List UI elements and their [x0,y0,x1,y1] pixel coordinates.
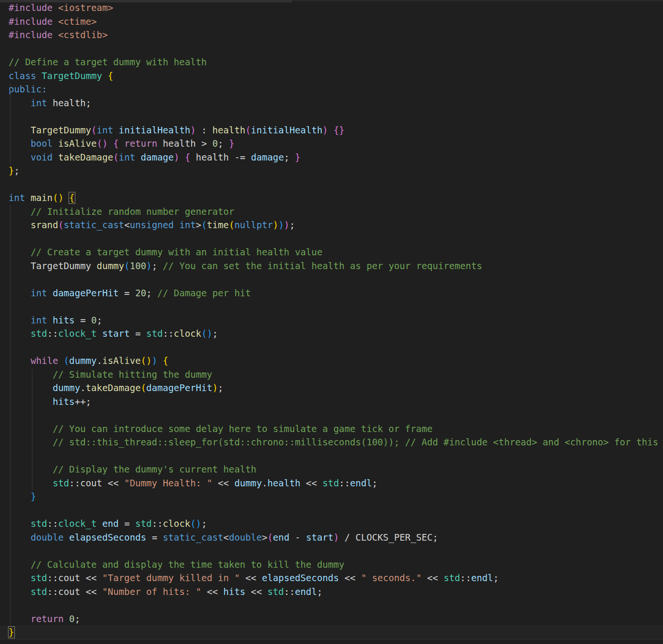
code-token: unsigned int [130,220,196,231]
code-line[interactable] [0,409,663,423]
code-line[interactable]: int damagePerHit = 20; // Damage per hit [0,287,663,301]
code-token [47,315,53,326]
code-line[interactable]: } [0,490,663,504]
code-line[interactable]: std::cout << "Target dummy killed in " <… [0,572,663,585]
code-line[interactable]: }; [0,164,663,178]
code-token: - [289,532,306,543]
code-line[interactable]: std::cout << "Number of hits: " << hits … [0,585,663,599]
code-line[interactable] [0,544,663,558]
code-token: endl [350,478,372,489]
code-line[interactable]: // Create a target dummy with an initial… [0,246,663,260]
code-token: initialHealth [119,125,190,136]
code-line[interactable]: // Display the dummy's current health [0,463,663,477]
code-token: << [212,478,234,489]
code-token [9,532,31,543]
code-token [52,152,58,163]
code-line[interactable]: int hits = 0; [0,314,663,328]
code-token: ) [284,220,290,231]
code-token: dummy [97,261,124,272]
code-token: () [190,518,201,529]
code-line[interactable] [0,341,663,355]
code-line[interactable] [0,110,663,124]
code-line[interactable]: #include <cstdlib> [0,29,663,42]
code-line[interactable]: bool isAlive() { return health > 0; } [0,137,663,151]
code-line[interactable]: // Define a target dummy with health [0,56,663,70]
code-line[interactable] [0,232,663,246]
code-line[interactable]: dummy.takeDamage(damagePerHit); [0,382,663,395]
code-token: int [31,288,47,299]
code-line[interactable]: class TargetDummy { [0,70,663,83]
code-line[interactable]: double elapsedSeconds = static_cast<doub… [0,531,663,545]
code-token: ) [146,261,152,272]
code-token: {} [334,125,345,136]
code-token: ++; [75,396,92,407]
code-line[interactable]: #include <ctime> [0,15,663,29]
code-token [25,192,31,203]
code-line[interactable] [0,504,663,518]
code-line[interactable]: std::clock_t end = std::clock(); [0,517,663,531]
code-line[interactable] [0,273,663,287]
code-line[interactable] [0,599,663,613]
code-line[interactable]: // You can introduce some delay here to … [0,423,663,436]
code-token: :: [460,573,471,584]
code-token: clock [174,328,202,339]
code-token: end [102,518,119,529]
code-token: main [31,192,52,203]
code-line[interactable]: // Initialize random number generator [0,205,663,219]
code-token [64,192,70,203]
code-token: ; [317,586,323,597]
code-token: ( [64,355,70,366]
code-token: std [31,328,47,339]
code-token [9,559,31,570]
code-line[interactable] [0,450,663,463]
code-line[interactable]: // Simulate hitting the dummy [0,368,663,382]
code-line[interactable]: srand(static_cast<unsigned int>(time(nul… [0,219,663,232]
code-line[interactable]: TargetDummy(int initialHealth) : health(… [0,124,663,138]
code-token [9,220,31,231]
code-line[interactable]: int main() { [0,191,663,205]
code-line[interactable]: TargetDummy dummy(100); // You can set t… [0,260,663,273]
code-token [9,586,31,597]
code-token [9,396,52,407]
code-line[interactable]: // Calculate and display the time taken … [0,558,663,572]
code-line[interactable]: return 0; [0,613,663,626]
code-token: health [212,125,245,136]
code-token: int [97,125,113,136]
code-line[interactable] [0,300,663,314]
code-line[interactable]: std::clock_t start = std::clock(); [0,327,663,341]
code-token: int [119,152,135,163]
code-token: <ctime> [58,16,97,27]
code-token: // std::this_thread::sleep_for(std::chro… [52,437,658,448]
code-token: ; [152,261,163,272]
code-token: // Display the dummy's current health [52,464,256,475]
code-line[interactable]: // std::this_thread::sleep_for(std::chro… [0,436,663,450]
code-line[interactable]: #include <iostream> [0,1,663,15]
code-editor[interactable]: #include <iostream>#include <ctime>#incl… [0,1,663,640]
code-token: srand [31,220,58,231]
code-token: << [240,573,262,584]
code-token [9,247,31,258]
code-token: // You can introduce some delay here to … [52,423,432,434]
code-token: << [300,478,322,489]
code-token: ::cout << [69,478,124,489]
code-line[interactable]: void takeDamage(int damage) { health -= … [0,151,663,165]
code-token: damagePerHit [52,288,119,299]
code-line[interactable]: hits++; [0,395,663,409]
code-token: public: [9,84,47,95]
code-line[interactable]: std::cout << "Dummy Health: " << dummy.h… [0,477,663,491]
code-line[interactable]: int health; [0,97,663,111]
code-token: std [31,518,47,529]
code-line[interactable] [0,178,663,192]
code-token: "Number of hits: " [102,586,201,597]
code-token [58,355,64,366]
code-token [64,614,70,624]
code-line[interactable] [0,42,663,56]
code-token: isAlive [102,355,141,366]
code-token: ) [190,125,196,136]
code-token: } [9,165,14,176]
code-line[interactable]: while (dummy.isAlive()) { [0,354,663,368]
code-token: int [31,98,47,109]
code-line[interactable]: public: [0,83,663,97]
code-line-current[interactable]: } [0,626,663,640]
code-token: std [267,586,284,597]
